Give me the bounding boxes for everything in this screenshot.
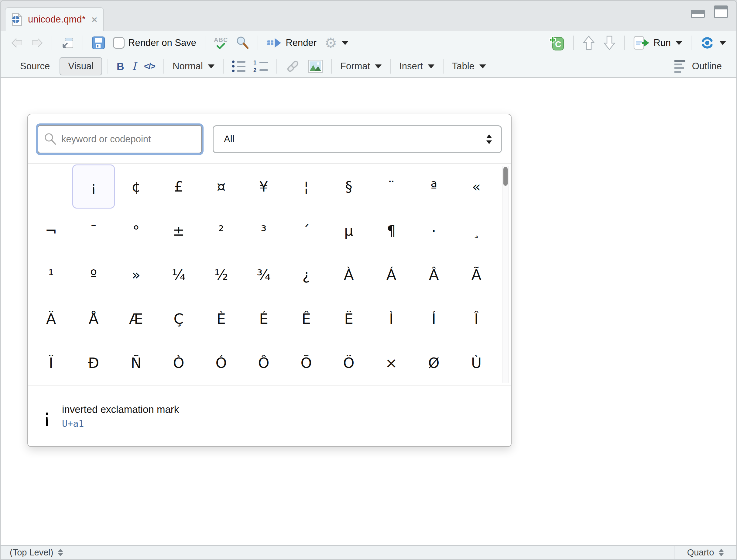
tab-unicode-qmd[interactable]: unicode.qmd* × [5, 7, 104, 31]
render-on-save-toggle[interactable]: Render on Save [110, 36, 199, 50]
character-cell[interactable]: Ò [157, 341, 200, 385]
character-cell[interactable]: Ë [328, 297, 370, 341]
minimize-pane-button[interactable] [691, 10, 705, 18]
italic-button[interactable]: I [129, 59, 139, 74]
character-cell[interactable]: ¢ [115, 164, 157, 209]
character-cell[interactable]: Æ [115, 297, 157, 341]
character-cell[interactable]: Ê [285, 297, 328, 341]
render-on-save-checkbox[interactable] [113, 37, 125, 49]
character-cell[interactable]: µ [328, 209, 370, 253]
character-cell[interactable]: ª [412, 164, 455, 209]
character-cell[interactable]: Ù [455, 341, 498, 385]
save-button[interactable] [89, 35, 108, 51]
character-cell[interactable]: Ì [370, 297, 412, 341]
source-mode-button[interactable]: Source [12, 58, 58, 75]
character-cell[interactable]: Å [72, 297, 115, 341]
numbered-list-button[interactable]: 1 2 [250, 59, 271, 74]
character-cell[interactable]: ¦ [285, 164, 328, 209]
preview-codepoint: U+a1 [62, 418, 179, 429]
character-cell[interactable]: ½ [200, 253, 243, 297]
format-menu[interactable]: Format [337, 60, 384, 73]
grid-scrollbar-thumb[interactable] [503, 167, 508, 186]
character-cell[interactable]: º [72, 253, 115, 297]
bullet-list-button[interactable] [229, 59, 249, 73]
insert-chunk-button[interactable]: C [546, 33, 568, 53]
character-cell[interactable]: ¯ [72, 209, 115, 253]
character-cell[interactable]: ° [115, 209, 157, 253]
character-cell[interactable]: Ø [412, 341, 455, 385]
character-cell[interactable]: Ñ [115, 341, 157, 385]
category-select-value: All [224, 134, 234, 145]
character-cell[interactable]: ¨ [370, 164, 412, 209]
character-cell[interactable]: Ö [328, 341, 370, 385]
main-toolbar: Render on Save ABC Render [1, 31, 736, 55]
character-cell[interactable]: ´ [285, 209, 328, 253]
render-button[interactable]: Render [264, 36, 320, 50]
character-cell[interactable]: ¡ [72, 164, 115, 209]
run-button[interactable]: Run [630, 35, 685, 51]
insert-menu[interactable]: Insert [396, 60, 437, 73]
character-cell[interactable]: · [412, 209, 455, 253]
tab-close-icon[interactable]: × [92, 15, 98, 24]
special-character-picker-dialog: All ¡¢£¤¥¦§¨ª«¬¯°±²³´µ¶·¸¹º»¼½¾¿ÀÁÂÃÄÅÆÇ… [27, 114, 511, 447]
open-in-new-window-button[interactable] [58, 35, 77, 51]
table-menu[interactable]: Table [449, 60, 489, 73]
character-cell[interactable]: Ä [30, 297, 72, 341]
character-cell[interactable]: Î [455, 297, 498, 341]
render-options-button[interactable]: ⚙ [322, 35, 352, 51]
character-cell[interactable]: À [328, 253, 370, 297]
character-cell[interactable]: « [455, 164, 498, 209]
character-cell[interactable]: Ô [243, 341, 285, 385]
forward-button[interactable] [28, 36, 46, 49]
scope-selector[interactable]: (Top Level) [1, 546, 63, 559]
paragraph-style-dropdown[interactable]: Normal [170, 60, 218, 73]
character-cell[interactable]: ¿ [285, 253, 328, 297]
language-mode-selector[interactable]: Quarto [674, 546, 736, 559]
character-cell[interactable]: Ð [72, 341, 115, 385]
back-button[interactable] [8, 36, 26, 49]
character-cell[interactable]: É [243, 297, 285, 341]
character-cell[interactable] [30, 164, 72, 209]
character-search-input[interactable] [38, 125, 202, 153]
character-cell[interactable]: £ [157, 164, 200, 209]
character-cell[interactable]: ¸ [455, 209, 498, 253]
character-cell[interactable]: ¼ [157, 253, 200, 297]
find-replace-button[interactable] [233, 35, 252, 51]
grid-scrollbar[interactable] [502, 166, 508, 383]
character-cell[interactable]: ¥ [243, 164, 285, 209]
character-cell[interactable]: × [370, 341, 412, 385]
outline-toggle-button[interactable]: Outline [671, 59, 725, 74]
maximize-pane-button[interactable] [714, 5, 728, 18]
spellcheck-button[interactable]: ABC [211, 36, 231, 50]
character-cell[interactable]: ¹ [30, 253, 72, 297]
insert-link-button[interactable] [283, 59, 303, 74]
character-cell[interactable]: Õ [285, 341, 328, 385]
previous-section-button[interactable] [579, 34, 598, 51]
character-cell[interactable]: Ó [200, 341, 243, 385]
visual-mode-button[interactable]: Visual [60, 57, 102, 75]
character-cell[interactable]: Í [412, 297, 455, 341]
character-cell[interactable]: ¤ [200, 164, 243, 209]
character-cell[interactable]: Ç [157, 297, 200, 341]
toolbar-separator [108, 59, 108, 74]
bold-button[interactable]: B [114, 59, 127, 74]
character-cell[interactable]: ¶ [370, 209, 412, 253]
category-select[interactable]: All [213, 125, 502, 153]
code-button[interactable]: </> [141, 60, 158, 73]
character-cell[interactable]: ³ [243, 209, 285, 253]
character-cell[interactable]: ¬ [30, 209, 72, 253]
next-section-button[interactable] [600, 34, 619, 51]
rerun-source-button[interactable] [697, 35, 729, 50]
character-cell[interactable]: ² [200, 209, 243, 253]
character-cell[interactable]: § [328, 164, 370, 209]
character-cell[interactable]: Ï [30, 341, 72, 385]
character-cell[interactable]: ¾ [243, 253, 285, 297]
character-cell[interactable]: ± [157, 209, 200, 253]
insert-image-button[interactable] [305, 59, 326, 74]
editor-canvas[interactable]: All ¡¢£¤¥¦§¨ª«¬¯°±²³´µ¶·¸¹º»¼½¾¿ÀÁÂÃÄÅÆÇ… [1, 78, 736, 545]
character-cell[interactable]: Ã [455, 253, 498, 297]
character-cell[interactable]: È [200, 297, 243, 341]
character-cell[interactable]: » [115, 253, 157, 297]
character-cell[interactable]: Á [370, 253, 412, 297]
character-cell[interactable]: Â [412, 253, 455, 297]
